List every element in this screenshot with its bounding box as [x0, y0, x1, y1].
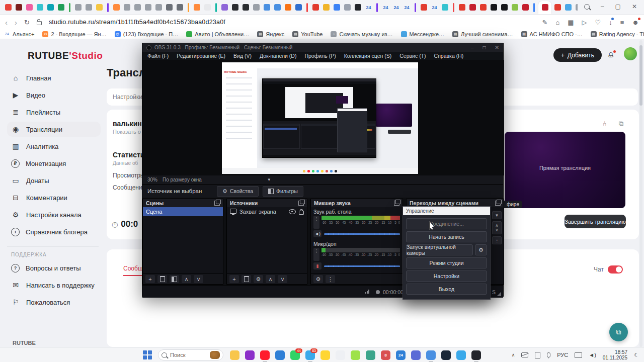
browser-tab[interactable] [165, 2, 174, 14]
sidebar-item-пожаловаться[interactable]: ⚐Пожаловаться [7, 295, 101, 310]
bookmark-item[interactable]: 24Альянс+ [4, 31, 34, 37]
channel-menu-handle[interactable]: ⋮ [313, 216, 319, 229]
obs-close-button[interactable]: ✕ [495, 45, 499, 50]
source-row[interactable]: Захват экрана [227, 207, 307, 216]
tab-group-bar[interactable] [306, 3, 308, 12]
sidebar-item-справочник-блогера[interactable]: iСправочник блогера [7, 224, 101, 239]
sidebar-item-настройки-канала[interactable]: ⚙Настройки канала [7, 207, 101, 222]
taskbar-app-edge[interactable] [275, 350, 285, 360]
browser-tab[interactable] [85, 2, 93, 14]
source-up-button[interactable]: ∧ [266, 275, 275, 283]
browser-tab[interactable] [479, 2, 488, 14]
sidebar-item-вопросы-и-ответы[interactable]: ?Вопросы и ответы [7, 260, 101, 276]
browser-tab[interactable] [322, 2, 331, 14]
browser-tab[interactable] [123, 2, 131, 14]
tab-group-bar[interactable] [69, 3, 70, 12]
browser-tab[interactable] [294, 2, 303, 14]
taskbar-app-app-lime[interactable] [350, 350, 361, 360]
live-player[interactable]: Прямая трансляция [505, 132, 625, 208]
taskbar-app-vpn-shield[interactable] [411, 350, 421, 360]
tab-search-icon[interactable] [584, 4, 590, 10]
browser-tab[interactable] [112, 2, 121, 14]
avatar[interactable] [624, 47, 637, 60]
add-source-button[interactable]: + [229, 275, 239, 283]
popup-button-начать-запись[interactable]: Начать запись [406, 231, 487, 242]
browser-tab[interactable]: 24 [381, 2, 390, 14]
bookmark-item[interactable]: ▤Rating Agency - Th… [591, 31, 644, 37]
notifications-moon-icon[interactable]: ☾ [634, 352, 639, 358]
browser-tab[interactable] [553, 2, 562, 14]
microphone-icon[interactable] [547, 352, 550, 357]
taskbar-app-obs[interactable] [471, 350, 481, 360]
browser-tab[interactable] [154, 2, 163, 14]
bookmark-item[interactable]: ▤АС НМИФО СПО -… [521, 31, 583, 37]
browser-tab[interactable] [95, 2, 104, 14]
browser-tab[interactable] [231, 2, 239, 14]
scrollbar-thumb[interactable] [639, 45, 642, 106]
popup-button-выход[interactable]: Выход [406, 284, 487, 295]
browser-tab[interactable] [511, 2, 519, 14]
channel-menu-handle[interactable]: ⋮ [313, 248, 319, 261]
properties-button[interactable]: ⚙Свойства [217, 186, 259, 197]
obs-menu-item[interactable]: Сервис (T) [399, 53, 426, 59]
taskbar-app-chrome[interactable] [426, 350, 436, 360]
sidebar-item-аналитика[interactable]: ▥Аналитика [7, 139, 101, 154]
show-details-link[interactable]: Показать о [113, 129, 141, 135]
start-button[interactable] [143, 350, 152, 359]
visibility-eye-icon[interactable] [289, 209, 296, 214]
taskbar-app-opera[interactable] [260, 350, 270, 360]
bookmark-item[interactable]: Мессендже… [401, 31, 445, 37]
browser-tab[interactable]: 24 [392, 2, 400, 14]
browser-tab[interactable] [420, 2, 428, 14]
browser-tab[interactable] [57, 2, 65, 14]
tab-group-bar[interactable] [215, 3, 217, 12]
bookmark-item[interactable]: ♪Скачать музыку из… [331, 31, 392, 37]
controls-popup-title[interactable]: Управление [403, 207, 490, 215]
tab-group-bar[interactable] [453, 3, 454, 12]
clock[interactable]: 18:57 01.11.2025 [603, 349, 627, 360]
browser-tab[interactable] [284, 2, 292, 14]
zoom-mode[interactable]: По размеру окна [163, 177, 202, 183]
obs-maximize-button[interactable]: □ [483, 45, 486, 50]
favorites-icon[interactable]: ♡ [595, 19, 601, 26]
browser-tab[interactable] [74, 2, 83, 14]
add-scene-button[interactable]: + [145, 275, 155, 283]
source-down-button[interactable]: ∨ [278, 275, 287, 283]
browser-tab[interactable] [242, 2, 250, 14]
obs-menu-item[interactable]: Вид (V) [233, 53, 252, 59]
mic-muted-icon[interactable]: ▮ [313, 262, 321, 269]
browser-tab[interactable] [343, 2, 352, 14]
end-stream-button[interactable]: Завершить трансляцию [565, 215, 626, 228]
tab-group-bar[interactable] [533, 3, 535, 12]
taskbar-app-snipping-tool[interactable] [335, 350, 346, 360]
obs-minimize-button[interactable]: – [471, 45, 474, 50]
browser-tab[interactable]: 24 [430, 2, 439, 14]
menu-icon[interactable]: ≡ [620, 19, 624, 26]
language-indicator[interactable]: РУС [557, 352, 568, 358]
browser-tab[interactable] [441, 2, 449, 14]
taskbar-app-telegram[interactable] [456, 350, 466, 360]
tab-settings[interactable]: Настройки [113, 94, 142, 101]
taskbar-app-osu[interactable]: 8 [380, 350, 391, 360]
browser-tab[interactable] [36, 2, 44, 14]
window-minimize-button[interactable]: – [601, 3, 604, 10]
browser-tab[interactable] [521, 2, 530, 14]
notifications-bell-icon[interactable]: 🕭 [607, 50, 615, 59]
virtual-camera-settings-button[interactable]: ⚙ [475, 244, 487, 255]
messages-tab[interactable]: Сообщ [123, 265, 143, 276]
open-external-icon[interactable]: ⧉ [619, 120, 623, 128]
obs-preview-canvas[interactable]: RUTUBE Studio [142, 60, 504, 175]
bookmark-item[interactable]: ▤YouTube [292, 31, 323, 37]
browser-tab[interactable] [263, 2, 271, 14]
browser-tab[interactable] [193, 2, 201, 14]
popup-button-режим-студии[interactable]: Режим студии [406, 257, 487, 268]
sidebar-item-трансляции[interactable]: ◉Трансляции [7, 122, 101, 137]
window-close-button[interactable]: ✕ [632, 3, 637, 10]
cast-icon[interactable] [575, 352, 582, 358]
taskbar-app-whatsapp[interactable]: 44 [290, 350, 300, 360]
browser-tab[interactable] [575, 2, 578, 14]
transition-dropdown-button[interactable]: ▼ [492, 211, 502, 219]
taskbar-app-steam[interactable] [441, 350, 451, 360]
bookmark-item[interactable]: ▤Лучший синонима… [452, 31, 513, 37]
obs-menu-item[interactable]: Коллекция сцен (S) [344, 53, 392, 59]
